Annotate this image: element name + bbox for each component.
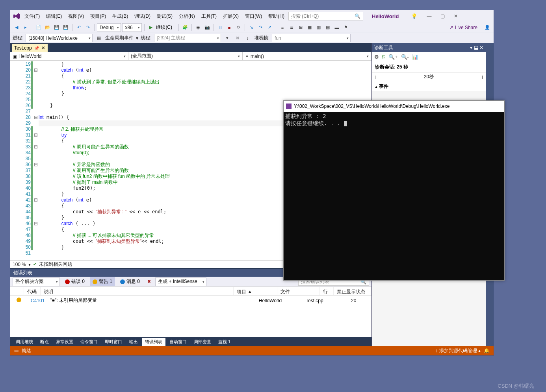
redo-icon[interactable]: ↷ bbox=[84, 24, 92, 31]
maximize-button[interactable]: ▢ bbox=[436, 11, 449, 21]
column-header[interactable]: 行 bbox=[320, 287, 334, 295]
diagnostics-events-row[interactable]: ▴ 事件 bbox=[372, 81, 486, 91]
gear-icon[interactable]: ⚙ bbox=[374, 54, 379, 60]
pause-icon[interactable]: ⏸ bbox=[216, 24, 224, 31]
tab-close-icon[interactable]: ✕ bbox=[41, 45, 45, 51]
continue-button[interactable]: ▶ bbox=[147, 24, 155, 31]
menu-item[interactable]: 窗口(W) bbox=[243, 11, 264, 21]
toolbar-icon[interactable]: ≡ bbox=[279, 24, 286, 31]
platform-combo[interactable]: x86 bbox=[122, 23, 142, 32]
pin-icon[interactable]: 📌 bbox=[34, 46, 39, 50]
menu-item[interactable]: 编辑(E) bbox=[44, 11, 64, 21]
live-share-button[interactable]: ↗ Live Share bbox=[449, 25, 477, 30]
source-control-button[interactable]: ↑ 添加到源代码管理 ▴ bbox=[435, 348, 481, 354]
build-intellisense-combo[interactable]: 生成 + IntelliSense bbox=[155, 277, 206, 286]
warnings-filter[interactable]: 警告 1 bbox=[90, 277, 115, 286]
column-header[interactable]: 说明 bbox=[41, 287, 234, 295]
diagnostics-header[interactable]: 诊断工具 ▾ ⬓ ✕ bbox=[372, 43, 486, 52]
clear-filter-icon[interactable]: ✖ bbox=[145, 278, 153, 286]
chart-icon[interactable]: 📊 bbox=[412, 54, 418, 60]
console-titlebar[interactable]: Y:\002_WorkSpace\002_VS\HelloWorld\Hello… bbox=[284, 101, 504, 112]
toolbar-icon[interactable]: ▬ bbox=[333, 24, 341, 31]
menu-item[interactable]: 帮助(H) bbox=[266, 11, 287, 21]
zoom-out-icon[interactable]: 🔍- bbox=[401, 54, 409, 60]
tool-tab[interactable]: 自动窗口 bbox=[166, 338, 190, 346]
step-out-icon[interactable]: ↗ bbox=[266, 24, 273, 31]
toolbar-icon[interactable]: ⊞ bbox=[297, 24, 305, 31]
toolbar-icon[interactable]: ⤭ bbox=[234, 34, 241, 42]
console-output[interactable]: 捕获到异常 : 2 请按任意键继续. . . bbox=[284, 112, 504, 280]
table-row[interactable]: C4101 "e": 未引用的局部变量 HelloWorld Test.cpp … bbox=[10, 296, 371, 305]
toolbar-icon[interactable]: ↕ bbox=[244, 34, 252, 42]
toolbar-icon[interactable]: ▥ bbox=[315, 24, 323, 31]
tool-tab[interactable]: 调用堆栈 bbox=[13, 338, 36, 346]
config-combo[interactable]: Debug bbox=[97, 23, 121, 32]
column-header[interactable]: 代码 bbox=[24, 287, 41, 295]
column-header[interactable]: 项目 ▲ bbox=[234, 287, 278, 295]
menu-item[interactable]: 生成(B) bbox=[110, 11, 130, 21]
notifications-icon[interactable]: 🔔 bbox=[484, 348, 490, 353]
back-button[interactable]: ◀ bbox=[13, 24, 20, 31]
quick-search-box[interactable]: 🔍 bbox=[288, 12, 363, 20]
error-table-header[interactable]: 代码说明项目 ▲文件行禁止显示状态 bbox=[10, 287, 371, 296]
zoom-level[interactable]: 100 % bbox=[13, 262, 26, 267]
stackframe-combo[interactable]: fun bbox=[272, 34, 351, 42]
scope-combo[interactable]: 整个解决方案 bbox=[13, 277, 60, 286]
collapse-icon[interactable]: ▴ bbox=[375, 84, 377, 89]
undo-icon[interactable]: ↶ bbox=[75, 24, 83, 31]
toolbar-icon[interactable]: ⚑ bbox=[342, 24, 350, 31]
column-header[interactable]: 文件 bbox=[277, 287, 320, 295]
menu-item[interactable]: 项目(P) bbox=[88, 11, 108, 21]
errors-filter[interactable]: 错误 0 bbox=[62, 277, 87, 286]
open-icon[interactable]: ⎘ bbox=[382, 54, 385, 60]
menu-item[interactable]: 工具(T) bbox=[199, 11, 219, 21]
step-over-icon[interactable]: ↷ bbox=[256, 24, 264, 31]
account-icon[interactable]: 👤 bbox=[483, 24, 491, 31]
tool-tab[interactable]: 即时窗口 bbox=[102, 338, 125, 346]
new-project-icon[interactable]: 📄 bbox=[35, 24, 43, 31]
quick-search-input[interactable] bbox=[291, 13, 355, 19]
open-icon[interactable]: 📂 bbox=[44, 24, 52, 31]
column-header[interactable]: 禁止显示状态 bbox=[334, 287, 371, 295]
menu-item[interactable]: 视图(V) bbox=[66, 11, 86, 21]
thread-combo[interactable]: [2324] 主线程 bbox=[154, 34, 221, 42]
tool-tab[interactable]: 命令窗口 bbox=[77, 338, 101, 346]
nav-function-combo[interactable]: ⚬ main() bbox=[243, 52, 371, 60]
nav-scope-combo[interactable]: (全局范围) bbox=[128, 52, 243, 60]
toolbar-icon[interactable]: ▾ bbox=[223, 34, 231, 42]
close-button[interactable]: ✕ bbox=[449, 11, 462, 21]
restart-icon[interactable]: ⟳ bbox=[234, 24, 242, 31]
tool-tab[interactable]: 局部变量 bbox=[191, 338, 214, 346]
step-into-icon[interactable]: ↘ bbox=[247, 24, 255, 31]
tool-tab[interactable]: 错误列表 bbox=[142, 338, 165, 346]
forward-button[interactable]: ▸ bbox=[22, 24, 30, 31]
tool-tab[interactable]: 断点 bbox=[37, 338, 52, 346]
lifecycle-icon[interactable]: ▦ bbox=[95, 34, 103, 42]
nav-project-combo[interactable]: ▣ HelloWorld bbox=[10, 52, 128, 60]
tool-tab[interactable]: 异常设置 bbox=[53, 338, 76, 346]
menu-item[interactable]: 调试(D) bbox=[132, 11, 153, 21]
file-tab-test-cpp[interactable]: Test.cpp 📌 ✕ bbox=[12, 44, 48, 52]
stop-icon[interactable]: ■ bbox=[225, 24, 233, 31]
save-icon[interactable]: 💾 bbox=[53, 24, 61, 31]
autohide-icon[interactable]: ▾ ⬓ ✕ bbox=[470, 45, 483, 50]
toolbar-icon[interactable]: 📷 bbox=[203, 24, 211, 31]
diagnostics-timeline[interactable]: 20秒 bbox=[372, 72, 486, 81]
toolbar-icon[interactable]: 🧩 bbox=[181, 24, 189, 31]
menu-item[interactable]: 文件(F) bbox=[22, 11, 42, 21]
toolbar-icon[interactable]: ▦ bbox=[306, 24, 314, 31]
menu-item[interactable]: 扩展(X) bbox=[221, 11, 241, 21]
save-all-icon[interactable]: 💾 bbox=[62, 24, 70, 31]
column-header[interactable] bbox=[10, 287, 24, 295]
messages-filter[interactable]: 消息 0 bbox=[117, 277, 143, 286]
toolbar-icon[interactable]: ≣ bbox=[288, 24, 295, 31]
minimize-button[interactable]: ― bbox=[423, 11, 435, 21]
zoom-in-icon[interactable]: 🔍+ bbox=[388, 54, 398, 60]
feedback-icon[interactable]: 💡 bbox=[411, 13, 417, 19]
tool-tab[interactable]: 输出 bbox=[126, 338, 141, 346]
process-combo[interactable]: [16848] HelloWorld.exe bbox=[26, 34, 93, 42]
tool-tab[interactable]: 监视 1 bbox=[215, 338, 234, 346]
menu-item[interactable]: 测试(S) bbox=[154, 11, 175, 21]
outlining-margin[interactable]: ⊟ ⊟ ⊟ ⊟ ⊟ ⊟ ⊟ bbox=[33, 61, 39, 260]
console-window[interactable]: Y:\002_WorkSpace\002_VS\HelloWorld\Hello… bbox=[283, 100, 505, 281]
